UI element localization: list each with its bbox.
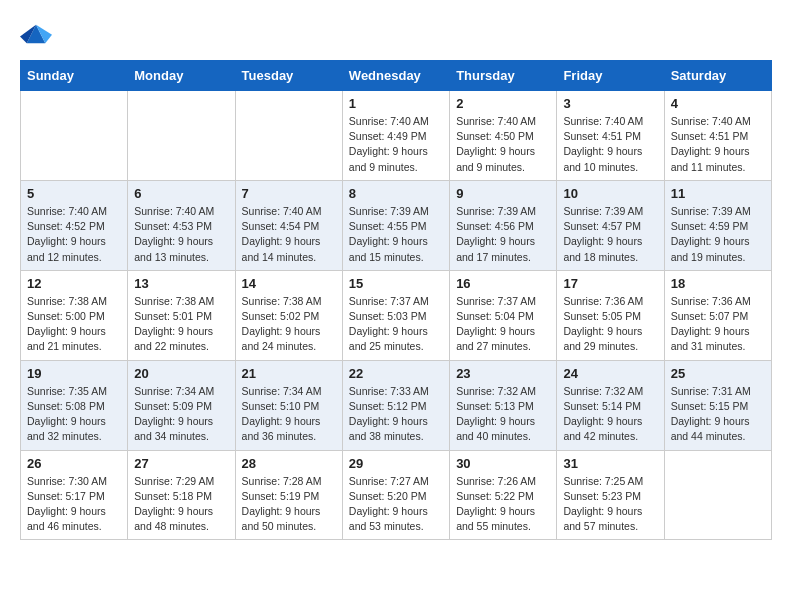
calendar-cell: 11Sunrise: 7:39 AMSunset: 4:59 PMDayligh…: [664, 180, 771, 270]
col-monday: Monday: [128, 61, 235, 91]
calendar-cell: 26Sunrise: 7:30 AMSunset: 5:17 PMDayligh…: [21, 450, 128, 540]
day-number: 29: [349, 456, 443, 471]
day-info: Sunrise: 7:25 AMSunset: 5:23 PMDaylight:…: [563, 474, 657, 535]
day-number: 18: [671, 276, 765, 291]
day-info: Sunrise: 7:29 AMSunset: 5:18 PMDaylight:…: [134, 474, 228, 535]
day-info: Sunrise: 7:32 AMSunset: 5:13 PMDaylight:…: [456, 384, 550, 445]
day-number: 11: [671, 186, 765, 201]
day-info: Sunrise: 7:36 AMSunset: 5:05 PMDaylight:…: [563, 294, 657, 355]
day-info: Sunrise: 7:34 AMSunset: 5:09 PMDaylight:…: [134, 384, 228, 445]
day-info: Sunrise: 7:40 AMSunset: 4:53 PMDaylight:…: [134, 204, 228, 265]
calendar-cell: [21, 91, 128, 181]
calendar-cell: 18Sunrise: 7:36 AMSunset: 5:07 PMDayligh…: [664, 270, 771, 360]
calendar-cell: 13Sunrise: 7:38 AMSunset: 5:01 PMDayligh…: [128, 270, 235, 360]
day-info: Sunrise: 7:38 AMSunset: 5:02 PMDaylight:…: [242, 294, 336, 355]
calendar-cell: 2Sunrise: 7:40 AMSunset: 4:50 PMDaylight…: [450, 91, 557, 181]
calendar-cell: 25Sunrise: 7:31 AMSunset: 5:15 PMDayligh…: [664, 360, 771, 450]
calendar-cell: 21Sunrise: 7:34 AMSunset: 5:10 PMDayligh…: [235, 360, 342, 450]
day-number: 12: [27, 276, 121, 291]
day-info: Sunrise: 7:26 AMSunset: 5:22 PMDaylight:…: [456, 474, 550, 535]
calendar-cell: 7Sunrise: 7:40 AMSunset: 4:54 PMDaylight…: [235, 180, 342, 270]
calendar-cell: 17Sunrise: 7:36 AMSunset: 5:05 PMDayligh…: [557, 270, 664, 360]
day-number: 25: [671, 366, 765, 381]
week-row-2: 5Sunrise: 7:40 AMSunset: 4:52 PMDaylight…: [21, 180, 772, 270]
day-number: 26: [27, 456, 121, 471]
logo-icon: [20, 18, 52, 50]
calendar-cell: 10Sunrise: 7:39 AMSunset: 4:57 PMDayligh…: [557, 180, 664, 270]
logo: [20, 18, 56, 50]
day-info: Sunrise: 7:39 AMSunset: 4:59 PMDaylight:…: [671, 204, 765, 265]
calendar-cell: 3Sunrise: 7:40 AMSunset: 4:51 PMDaylight…: [557, 91, 664, 181]
day-info: Sunrise: 7:33 AMSunset: 5:12 PMDaylight:…: [349, 384, 443, 445]
day-number: 21: [242, 366, 336, 381]
day-number: 20: [134, 366, 228, 381]
day-number: 16: [456, 276, 550, 291]
day-info: Sunrise: 7:40 AMSunset: 4:52 PMDaylight:…: [27, 204, 121, 265]
page: Sunday Monday Tuesday Wednesday Thursday…: [0, 0, 792, 554]
day-info: Sunrise: 7:34 AMSunset: 5:10 PMDaylight:…: [242, 384, 336, 445]
day-number: 28: [242, 456, 336, 471]
week-row-1: 1Sunrise: 7:40 AMSunset: 4:49 PMDaylight…: [21, 91, 772, 181]
col-thursday: Thursday: [450, 61, 557, 91]
day-info: Sunrise: 7:40 AMSunset: 4:49 PMDaylight:…: [349, 114, 443, 175]
calendar-cell: 9Sunrise: 7:39 AMSunset: 4:56 PMDaylight…: [450, 180, 557, 270]
day-number: 7: [242, 186, 336, 201]
calendar-cell: 5Sunrise: 7:40 AMSunset: 4:52 PMDaylight…: [21, 180, 128, 270]
day-number: 8: [349, 186, 443, 201]
calendar-cell: 27Sunrise: 7:29 AMSunset: 5:18 PMDayligh…: [128, 450, 235, 540]
calendar-cell: 30Sunrise: 7:26 AMSunset: 5:22 PMDayligh…: [450, 450, 557, 540]
calendar-cell: 28Sunrise: 7:28 AMSunset: 5:19 PMDayligh…: [235, 450, 342, 540]
calendar-cell: 8Sunrise: 7:39 AMSunset: 4:55 PMDaylight…: [342, 180, 449, 270]
calendar-cell: 14Sunrise: 7:38 AMSunset: 5:02 PMDayligh…: [235, 270, 342, 360]
day-number: 24: [563, 366, 657, 381]
day-number: 9: [456, 186, 550, 201]
col-saturday: Saturday: [664, 61, 771, 91]
calendar-cell: 23Sunrise: 7:32 AMSunset: 5:13 PMDayligh…: [450, 360, 557, 450]
day-info: Sunrise: 7:31 AMSunset: 5:15 PMDaylight:…: [671, 384, 765, 445]
calendar-cell: 24Sunrise: 7:32 AMSunset: 5:14 PMDayligh…: [557, 360, 664, 450]
day-number: 5: [27, 186, 121, 201]
day-number: 4: [671, 96, 765, 111]
day-info: Sunrise: 7:40 AMSunset: 4:54 PMDaylight:…: [242, 204, 336, 265]
day-info: Sunrise: 7:28 AMSunset: 5:19 PMDaylight:…: [242, 474, 336, 535]
day-info: Sunrise: 7:30 AMSunset: 5:17 PMDaylight:…: [27, 474, 121, 535]
day-info: Sunrise: 7:40 AMSunset: 4:51 PMDaylight:…: [671, 114, 765, 175]
day-number: 19: [27, 366, 121, 381]
day-number: 13: [134, 276, 228, 291]
calendar-cell: 1Sunrise: 7:40 AMSunset: 4:49 PMDaylight…: [342, 91, 449, 181]
week-row-4: 19Sunrise: 7:35 AMSunset: 5:08 PMDayligh…: [21, 360, 772, 450]
day-info: Sunrise: 7:39 AMSunset: 4:57 PMDaylight:…: [563, 204, 657, 265]
day-info: Sunrise: 7:38 AMSunset: 5:01 PMDaylight:…: [134, 294, 228, 355]
col-wednesday: Wednesday: [342, 61, 449, 91]
calendar-cell: 15Sunrise: 7:37 AMSunset: 5:03 PMDayligh…: [342, 270, 449, 360]
day-number: 30: [456, 456, 550, 471]
calendar-cell: 6Sunrise: 7:40 AMSunset: 4:53 PMDaylight…: [128, 180, 235, 270]
day-info: Sunrise: 7:36 AMSunset: 5:07 PMDaylight:…: [671, 294, 765, 355]
calendar-cell: 20Sunrise: 7:34 AMSunset: 5:09 PMDayligh…: [128, 360, 235, 450]
day-info: Sunrise: 7:37 AMSunset: 5:03 PMDaylight:…: [349, 294, 443, 355]
day-number: 2: [456, 96, 550, 111]
calendar-cell: 16Sunrise: 7:37 AMSunset: 5:04 PMDayligh…: [450, 270, 557, 360]
day-number: 15: [349, 276, 443, 291]
day-number: 27: [134, 456, 228, 471]
col-tuesday: Tuesday: [235, 61, 342, 91]
calendar: Sunday Monday Tuesday Wednesday Thursday…: [20, 60, 772, 540]
calendar-cell: 12Sunrise: 7:38 AMSunset: 5:00 PMDayligh…: [21, 270, 128, 360]
calendar-cell: [235, 91, 342, 181]
weekday-header-row: Sunday Monday Tuesday Wednesday Thursday…: [21, 61, 772, 91]
calendar-cell: 31Sunrise: 7:25 AMSunset: 5:23 PMDayligh…: [557, 450, 664, 540]
calendar-cell: 29Sunrise: 7:27 AMSunset: 5:20 PMDayligh…: [342, 450, 449, 540]
calendar-cell: [128, 91, 235, 181]
day-info: Sunrise: 7:38 AMSunset: 5:00 PMDaylight:…: [27, 294, 121, 355]
day-number: 6: [134, 186, 228, 201]
day-number: 23: [456, 366, 550, 381]
calendar-cell: 19Sunrise: 7:35 AMSunset: 5:08 PMDayligh…: [21, 360, 128, 450]
day-number: 31: [563, 456, 657, 471]
day-info: Sunrise: 7:37 AMSunset: 5:04 PMDaylight:…: [456, 294, 550, 355]
day-info: Sunrise: 7:40 AMSunset: 4:51 PMDaylight:…: [563, 114, 657, 175]
day-number: 14: [242, 276, 336, 291]
day-info: Sunrise: 7:35 AMSunset: 5:08 PMDaylight:…: [27, 384, 121, 445]
week-row-5: 26Sunrise: 7:30 AMSunset: 5:17 PMDayligh…: [21, 450, 772, 540]
day-info: Sunrise: 7:39 AMSunset: 4:55 PMDaylight:…: [349, 204, 443, 265]
day-info: Sunrise: 7:27 AMSunset: 5:20 PMDaylight:…: [349, 474, 443, 535]
